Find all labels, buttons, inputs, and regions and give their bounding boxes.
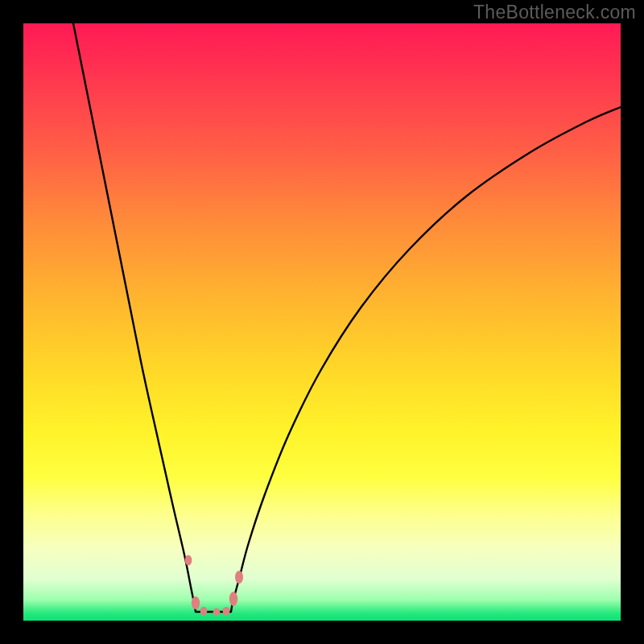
data-marker (229, 592, 237, 606)
data-marker (223, 607, 230, 615)
chart-frame: TheBottleneck.com (0, 0, 644, 644)
curve-path (73, 23, 621, 612)
data-marker (200, 607, 208, 615)
plot-area (23, 23, 621, 621)
data-marker (235, 571, 243, 584)
data-marker (213, 609, 221, 616)
watermark-text: TheBottleneck.com (473, 2, 636, 23)
data-marker (192, 597, 200, 609)
data-markers (185, 555, 243, 616)
bottleneck-curve (73, 23, 621, 612)
data-marker (185, 555, 192, 566)
curve-layer (23, 23, 621, 621)
